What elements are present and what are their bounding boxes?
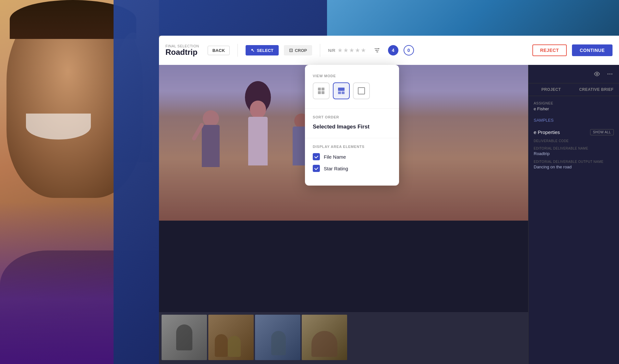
reject-button[interactable]: REJECT: [532, 44, 567, 56]
view-mode-single-button[interactable]: [353, 82, 370, 99]
svg-rect-9: [318, 91, 321, 94]
svg-rect-8: [322, 88, 324, 91]
assignee-value: e Fisher: [534, 106, 614, 111]
back-button[interactable]: BACK: [208, 46, 230, 55]
file-name-checkbox[interactable]: [313, 153, 320, 160]
toolbar: Final Selection Roadtrip BACK ↖ SELECT ⊡…: [159, 36, 619, 65]
thumb-3-bg: [255, 315, 300, 360]
view-mode-grid-button[interactable]: [313, 82, 330, 99]
star-4[interactable]: ★: [355, 47, 360, 54]
star-rating-checkbox[interactable]: [313, 165, 320, 172]
panel-divider-2: [305, 138, 399, 138]
display-elements-label: DISPLAY AREA ELEMENTS: [313, 145, 391, 149]
thumb-1-bg: [162, 315, 207, 360]
star-rating[interactable]: ★ ★ ★ ★ ★: [337, 47, 366, 54]
star-1[interactable]: ★: [337, 47, 343, 54]
view-mode-strip-button[interactable]: [333, 82, 350, 99]
properties-header: e Properties SHOW ALL: [534, 129, 614, 135]
samples-section: SAMPLES: [534, 118, 614, 123]
section-label: Final Selection: [165, 44, 199, 48]
project-title: Roadtrip: [165, 48, 199, 56]
view-options-panel: VIEW MODE SORT ORDER Selected Ima: [305, 65, 399, 186]
samples-link[interactable]: SAMPLES: [534, 118, 614, 123]
editorial-output-row: EDITORIAL DELIVERABLE OUTPUT NAME Dancin…: [534, 160, 614, 169]
view-mode-buttons: [313, 82, 391, 99]
assignee-label: ASSIGNEE: [534, 101, 614, 105]
panel-divider-1: [305, 108, 399, 109]
divider-1: [237, 44, 238, 57]
thumbnail-2[interactable]: [208, 315, 254, 360]
tab-creative-brief[interactable]: CREATIVE BRIEF: [574, 83, 619, 96]
assignee-section: ASSIGNEE e Fisher: [534, 101, 614, 111]
thumb-3-figure: [271, 331, 286, 355]
thumb-2-figure: [215, 334, 228, 357]
editorial-name-label: EDITORIAL DELIVERABLE NAME: [534, 147, 614, 150]
select-tool-button[interactable]: ↖ SELECT: [246, 45, 278, 55]
sort-order-value[interactable]: Selected Images First: [313, 124, 391, 130]
divider-2: [320, 44, 320, 57]
thumb-4-figures: [311, 331, 337, 357]
deliverable-code-label: DELIVERABLE CODE: [534, 139, 614, 143]
svg-point-4: [608, 74, 609, 75]
thumbnail-4[interactable]: [302, 315, 347, 360]
svg-rect-7: [318, 88, 321, 91]
eye-icon-button[interactable]: [592, 69, 602, 79]
crop-tool-button[interactable]: ⊡ CROP: [284, 45, 312, 55]
deliverable-code-row: DELIVERABLE CODE: [534, 139, 614, 143]
svg-point-6: [612, 74, 613, 75]
rejected-count-badge: 0: [404, 45, 414, 55]
sort-order-label: SORT ORDER: [313, 115, 391, 119]
show-all-button[interactable]: SHOW ALL: [590, 129, 614, 135]
more-options-button[interactable]: [605, 69, 615, 79]
svg-point-3: [596, 73, 598, 75]
nr-label: N/R: [328, 48, 335, 53]
crop-label: CROP: [295, 48, 307, 53]
svg-rect-11: [338, 88, 345, 91]
filter-button[interactable]: [371, 44, 383, 56]
thumb-2-bg: [208, 315, 254, 360]
svg-point-2: [377, 52, 378, 53]
bg-blue-top-right: [327, 0, 619, 37]
thumb-2-figure-2: [228, 336, 241, 357]
sidebar-top-actions: [528, 65, 619, 83]
svg-point-1: [376, 50, 377, 51]
sort-order-section: SORT ORDER Selected Images First: [313, 115, 391, 130]
selected-count-badge: 4: [388, 45, 398, 55]
svg-rect-13: [342, 91, 345, 94]
sidebar-tabs: PROJECT CREATIVE BRIEF: [528, 83, 619, 96]
star-5[interactable]: ★: [361, 47, 366, 54]
cursor-icon: ↖: [251, 48, 255, 53]
thumb-4-bg: [302, 315, 347, 360]
file-name-label: File Name: [324, 154, 346, 160]
svg-point-0: [378, 48, 379, 49]
sidebar-content: ASSIGNEE e Fisher SAMPLES e Properties S…: [528, 96, 619, 364]
star-3[interactable]: ★: [349, 47, 354, 54]
continue-button[interactable]: CONTINUE: [572, 44, 613, 56]
star-2[interactable]: ★: [343, 47, 348, 54]
file-name-row: File Name: [313, 153, 391, 160]
rating-area: N/R ★ ★ ★ ★ ★: [328, 47, 366, 54]
editorial-name-value: Roadtrip: [534, 151, 614, 156]
svg-rect-12: [338, 91, 341, 94]
view-mode-label: VIEW MODE: [313, 74, 391, 78]
svg-rect-10: [322, 91, 324, 94]
display-elements-section: DISPLAY AREA ELEMENTS File Name Star Rat…: [313, 145, 391, 172]
star-rating-label: Star Rating: [324, 166, 348, 171]
bg-smile: [26, 114, 91, 140]
properties-title: e Properties: [534, 129, 560, 135]
editorial-name-row: EDITORIAL DELIVERABLE NAME Roadtrip: [534, 147, 614, 156]
thumb-1-figure: [176, 324, 192, 350]
select-label: SELECT: [257, 48, 273, 53]
title-area: Final Selection Roadtrip: [165, 44, 199, 56]
crop-icon: ⊡: [289, 48, 293, 53]
tab-project[interactable]: PROJECT: [528, 83, 574, 96]
right-sidebar: PROJECT CREATIVE BRIEF ASSIGNEE e Fisher…: [528, 65, 619, 364]
editorial-output-label: EDITORIAL DELIVERABLE OUTPUT NAME: [534, 160, 614, 164]
svg-rect-14: [358, 88, 365, 94]
editorial-output-value: Dancing on the road: [534, 164, 614, 169]
svg-point-5: [610, 74, 611, 75]
thumbnail-strip: [159, 312, 528, 364]
thumbnail-1[interactable]: [162, 315, 207, 360]
star-rating-row: Star Rating: [313, 165, 391, 172]
thumbnail-3[interactable]: [255, 315, 300, 360]
